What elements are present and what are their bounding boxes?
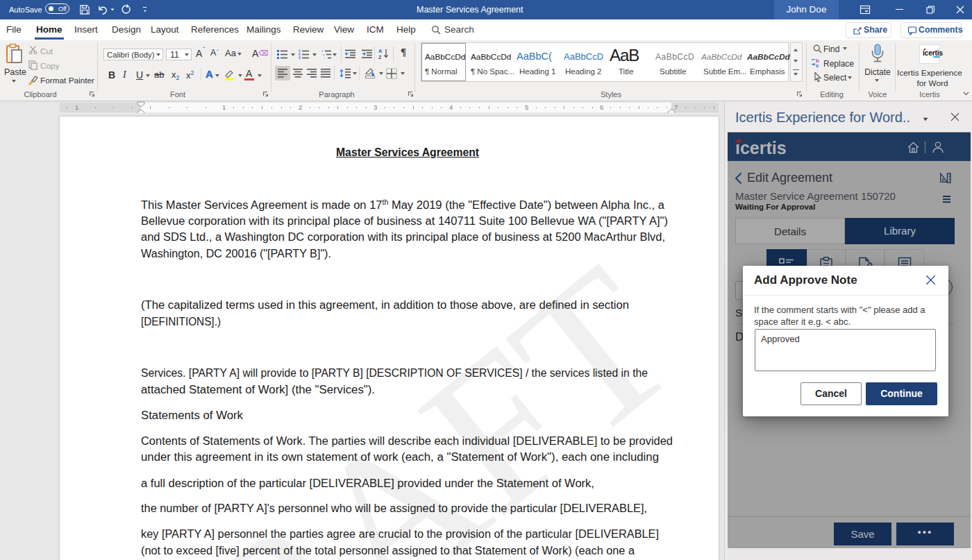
svg-text:A: A xyxy=(378,48,383,54)
svg-text:Z: Z xyxy=(378,54,382,60)
svg-text:i: i xyxy=(324,56,325,59)
svg-text:c: c xyxy=(816,62,819,67)
svg-text:3: 3 xyxy=(299,56,301,59)
